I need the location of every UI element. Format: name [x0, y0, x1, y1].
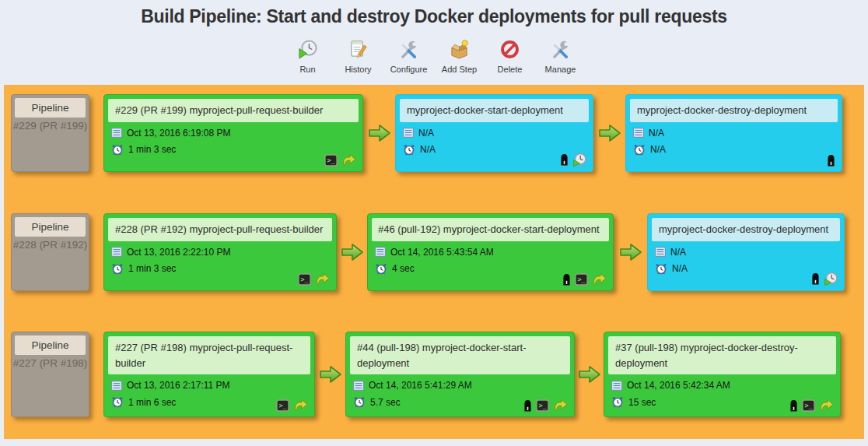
lock-icon — [827, 154, 835, 167]
duration-icon — [655, 263, 667, 275]
card-actions — [523, 399, 568, 412]
build-duration: 1 min 3 sec — [128, 263, 176, 274]
console-icon[interactable] — [298, 273, 311, 286]
build-date: N/A — [649, 128, 664, 139]
pipeline-connector — [593, 94, 625, 172]
pipeline-connector — [315, 332, 345, 417]
pipeline-row-227: Pipeline #227 (PR #198) #227 (PR #198) m… — [11, 332, 841, 417]
add-step-label: Add Step — [442, 65, 477, 74]
pipeline-label: Pipeline — [15, 217, 86, 237]
pipeline-build-number: #227 (PR #198) — [12, 355, 89, 369]
configure-label: Configure — [390, 65, 428, 74]
trigger-icon[interactable] — [824, 272, 838, 286]
configure-icon — [398, 39, 419, 60]
pipeline-label: Pipeline — [15, 335, 86, 355]
run-icon — [297, 39, 318, 60]
build-date: Oct 14, 2016 5:43:54 AM — [390, 247, 494, 258]
build-date: N/A — [418, 128, 434, 139]
lock-icon — [523, 399, 532, 412]
build-date-icon — [111, 247, 122, 257]
build-card-title: myproject-docker-destroy-deployment — [630, 99, 838, 122]
build-date: Oct 13, 2016 2:17:11 PM — [127, 380, 230, 391]
build-card-title: #37 (pull-198) myproject-docker-destroy-… — [608, 336, 836, 374]
build-card-title: myproject-docker-destroy-deployment — [652, 218, 840, 241]
pipeline-row-229: Pipeline #229 (PR #199) #229 (PR #199) m… — [11, 94, 842, 172]
build-card-44-start-deployment[interactable]: #44 (pull-198) myproject-docker-start-de… — [345, 332, 575, 417]
console-icon[interactable] — [324, 154, 338, 167]
build-duration: N/A — [650, 144, 666, 155]
lock-icon — [811, 272, 820, 285]
add-step-button[interactable]: Add Step — [440, 39, 479, 74]
history-button[interactable]: History — [339, 39, 378, 74]
pipeline-connector — [337, 213, 367, 291]
retry-icon[interactable] — [293, 399, 308, 412]
build-card-title: #46 (pull-192) myproject-docker-start-de… — [372, 218, 609, 241]
lock-icon — [562, 273, 571, 286]
build-date: Oct 14, 2016 5:42:34 AM — [627, 380, 730, 391]
retry-icon[interactable] — [315, 272, 330, 286]
trigger-icon[interactable] — [572, 153, 586, 167]
delete-label: Delete — [498, 65, 523, 74]
arrow-right-icon — [368, 123, 391, 143]
manage-button[interactable]: Manage — [541, 39, 580, 74]
duration-icon — [611, 396, 624, 408]
console-icon[interactable] — [276, 399, 289, 412]
run-label: Run — [299, 65, 315, 74]
build-card-title: #228 (PR #192) myproject-pull-request-bu… — [108, 218, 332, 241]
run-button[interactable]: Run — [289, 39, 327, 74]
console-icon[interactable] — [575, 273, 588, 286]
card-actions — [562, 272, 607, 286]
duration-icon — [111, 263, 124, 275]
delete-icon — [499, 39, 520, 60]
console-icon[interactable] — [536, 399, 549, 412]
card-actions — [298, 272, 330, 286]
card-actions — [324, 153, 356, 167]
build-duration: N/A — [420, 144, 436, 155]
build-date-icon — [633, 128, 644, 138]
manage-label: Manage — [545, 65, 576, 74]
configure-button[interactable]: Configure — [390, 39, 429, 74]
build-date: Oct 14, 2016 5:41:29 AM — [369, 380, 472, 391]
page-title: Build Pipeline: Start and destroy Docker… — [0, 0, 868, 27]
arrow-right-icon — [578, 364, 601, 385]
build-card-title: #44 (pull-198) myproject-docker-start-de… — [350, 336, 570, 374]
retry-icon[interactable] — [341, 153, 356, 167]
delete-button[interactable]: Delete — [491, 39, 530, 74]
lock-icon — [560, 153, 569, 166]
retry-icon[interactable] — [592, 272, 607, 286]
build-date-icon — [353, 381, 364, 391]
build-duration: N/A — [672, 263, 688, 274]
build-card-start-deployment[interactable]: myproject-docker-start-deployment N/A N/… — [395, 94, 593, 172]
build-card-title: #227 (PR #198) myproject-pull-request-bu… — [108, 336, 310, 374]
build-date: Oct 13, 2016 2:22:10 PM — [127, 247, 230, 258]
build-card-229-builder[interactable]: #229 (PR #199) myproject-pull-request-bu… — [103, 94, 363, 172]
card-actions — [276, 399, 308, 412]
pipeline-build-number: #229 (PR #199) — [12, 118, 89, 132]
retry-icon[interactable] — [553, 399, 568, 412]
pipeline-row-228: Pipeline #228 (PR #192) #228 (PR #192) m… — [11, 213, 845, 291]
build-date-icon — [655, 247, 666, 257]
pipeline-connector — [363, 94, 395, 172]
lock-icon — [789, 399, 798, 412]
build-card-227-builder[interactable]: #227 (PR #198) myproject-pull-request-bu… — [103, 332, 315, 417]
build-duration: 5.7 sec — [370, 397, 401, 408]
arrow-right-icon — [341, 242, 364, 262]
build-date-icon — [111, 381, 122, 391]
duration-icon — [403, 144, 415, 156]
build-card-title: #229 (PR #199) myproject-pull-request-bu… — [108, 99, 359, 122]
retry-icon[interactable] — [819, 399, 834, 412]
pipeline-header-box: Pipeline #227 (PR #198) — [11, 332, 89, 417]
build-card-228-builder[interactable]: #228 (PR #192) myproject-pull-request-bu… — [103, 213, 337, 291]
console-icon[interactable] — [802, 399, 815, 412]
build-card-37-destroy-deployment[interactable]: #37 (pull-198) myproject-docker-destroy-… — [604, 332, 841, 417]
build-card-destroy-deployment[interactable]: myproject-docker-destroy-deployment N/A … — [647, 213, 845, 291]
history-icon — [348, 39, 369, 60]
card-actions — [560, 153, 586, 167]
pipeline-panel: Pipeline #229 (PR #199) #229 (PR #199) m… — [4, 85, 864, 439]
arrow-right-icon — [598, 123, 621, 143]
build-card-46-start-deployment[interactable]: #46 (pull-192) myproject-docker-start-de… — [367, 213, 614, 291]
build-date-icon — [111, 128, 122, 138]
build-date-icon — [375, 247, 386, 257]
build-card-destroy-deployment[interactable]: myproject-docker-destroy-deployment N/A … — [625, 94, 842, 172]
add-step-icon — [449, 39, 470, 60]
